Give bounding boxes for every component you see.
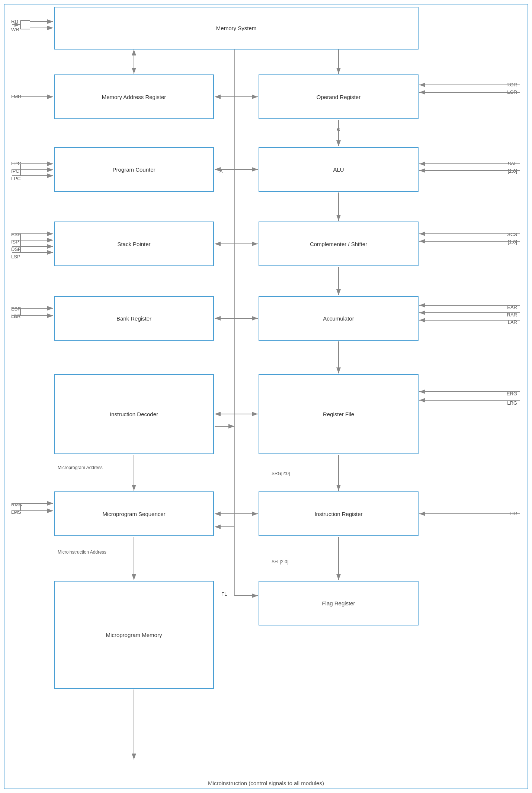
alu-block: ALU xyxy=(259,147,419,192)
lms-signal: LMS xyxy=(11,509,21,515)
ear-signal: EAR xyxy=(507,305,517,310)
memory-address-register-block: Memory Address Register xyxy=(54,74,214,119)
lor-signal: LOR xyxy=(507,89,517,95)
dsp-signal: DSP xyxy=(11,246,21,252)
lsp-signal: LSP xyxy=(11,254,20,259)
ebr-signal: EBR xyxy=(11,306,21,312)
bank-register-label: Bank Register xyxy=(116,315,151,322)
complementer-shifter-block: Complementer / Shifter xyxy=(259,222,419,266)
rd-signal: RD xyxy=(11,19,18,24)
operand-register-label: Operand Register xyxy=(317,94,360,100)
microprogram-sequencer-block: Microprogram Sequencer xyxy=(54,491,214,536)
saf-signal: SAF xyxy=(508,161,517,166)
instruction-decoder-block: Instruction Decoder xyxy=(54,374,214,454)
microprogram-memory-block: Microprogram Memory xyxy=(54,581,214,689)
lir-signal: LIR xyxy=(510,511,517,516)
instruction-register-label: Instruction Register xyxy=(314,511,362,517)
bottom-label: Microinstruction (control signals to all… xyxy=(0,780,532,786)
isp-signal: ISP xyxy=(11,239,19,245)
diagram-container: Memory System Memory Address Register Op… xyxy=(0,0,532,793)
memory-system-block: Memory System xyxy=(54,7,419,50)
erg-signal: ERG xyxy=(507,391,517,396)
esp-signal: ESP xyxy=(11,232,21,237)
accumulator-block: Accumulator xyxy=(259,296,419,341)
lrg-signal: LRG xyxy=(507,400,517,406)
lmr-signal: LMR xyxy=(11,94,21,99)
ipc-signal: IPC xyxy=(11,168,19,174)
srg-label: SRG[2:0] xyxy=(272,471,290,476)
rar-signal: RAR xyxy=(507,312,517,318)
complementer-shifter-label: Complementer / Shifter xyxy=(310,241,367,247)
register-file-block: Register File xyxy=(259,374,419,454)
program-counter-label: Program Counter xyxy=(112,166,155,173)
register-file-label: Register File xyxy=(323,411,354,417)
fl-label: FL xyxy=(221,591,227,597)
microprogram-address-label: Microprogram Address xyxy=(58,465,103,471)
microprogram-sequencer-label: Microprogram Sequencer xyxy=(102,511,165,517)
rms-signal: RMS xyxy=(11,502,22,507)
b-label: B xyxy=(337,127,340,132)
scs-bits-signal: [1:0] xyxy=(508,239,517,245)
flag-register-block: Flag Register xyxy=(259,581,419,625)
alu-label: ALU xyxy=(333,166,344,173)
operand-register-block: Operand Register xyxy=(259,74,419,119)
instruction-decoder-label: Instruction Decoder xyxy=(110,411,158,417)
instruction-register-block: Instruction Register xyxy=(259,491,419,536)
ror-signal: ROR xyxy=(506,82,517,87)
saf-bits-signal: [2:0] xyxy=(508,168,517,174)
bank-register-block: Bank Register xyxy=(54,296,214,341)
stack-pointer-block: Stack Pointer xyxy=(54,222,214,266)
microinstruction-address-label: Microinstruction Address xyxy=(58,549,106,555)
epc-signal: EPC xyxy=(11,161,21,166)
memory-address-register-label: Memory Address Register xyxy=(102,94,166,100)
microprogram-memory-label: Microprogram Memory xyxy=(106,632,162,638)
accumulator-label: Accumulator xyxy=(323,315,354,322)
a-label: A xyxy=(219,169,223,174)
lpc-signal: LPC xyxy=(11,176,20,181)
lbr-signal: LBR xyxy=(11,313,20,319)
wr-signal: WR xyxy=(11,27,19,32)
memory-system-label: Memory System xyxy=(216,25,256,31)
lar-signal: LAR xyxy=(508,319,517,325)
flag-register-label: Flag Register xyxy=(322,600,355,606)
program-counter-block: Program Counter xyxy=(54,147,214,192)
sfl-label: SFL[2:0] xyxy=(272,559,288,564)
stack-pointer-label: Stack Pointer xyxy=(117,241,150,247)
scs-signal: SCS xyxy=(507,232,517,237)
